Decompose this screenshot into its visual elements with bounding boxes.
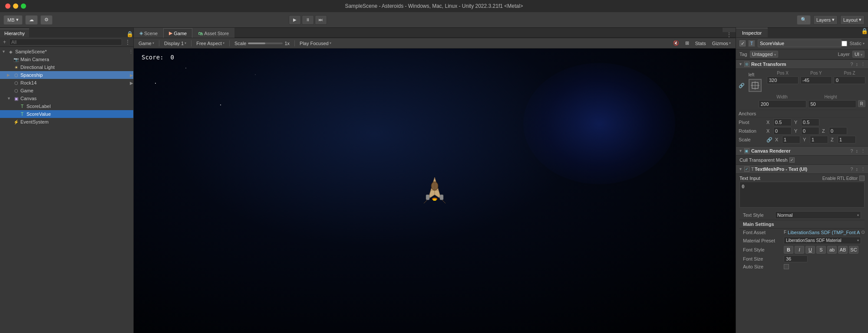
r-button[interactable]: R [858, 100, 865, 107]
cloud-button[interactable]: ☁ [25, 15, 38, 25]
layer-dropdown[interactable]: UI ▾ [852, 51, 865, 58]
rot-x-input[interactable] [773, 127, 792, 135]
textmeshpro-header[interactable]: ▼ ✓ T TextMeshPro - Text (UI) ? ↕ ⋮ [736, 164, 868, 174]
posx-input[interactable] [767, 76, 799, 84]
canvas-renderer-menu-icon[interactable]: ⋮ [861, 148, 865, 154]
stats-button[interactable]: Stats [693, 39, 708, 47]
play-button[interactable]: ▶ [289, 15, 301, 25]
scene-tab[interactable]: ◈ Scene [134, 28, 163, 38]
layout-dropdown[interactable]: Layout ▾ [840, 15, 865, 25]
play-focused-select[interactable]: Play Focused ▾ [297, 39, 333, 47]
inspector-lock-icon[interactable]: 🔒 [861, 28, 868, 37]
height-input[interactable] [808, 100, 856, 108]
linked-chain-icon[interactable]: 🔗 [739, 83, 745, 88]
settings-button[interactable]: ⚙ [40, 15, 53, 25]
textmeshpro-checkbox[interactable]: ✓ [744, 166, 749, 172]
hierarchy-item-scorevalue[interactable]: T ScoreValue [0, 110, 133, 118]
assetstore-tab[interactable]: 🛍 Asset Store [192, 28, 234, 38]
pivot-x-input[interactable] [773, 118, 792, 126]
text-input-textarea[interactable]: 0 [739, 182, 865, 208]
hierarchy-options-button[interactable]: ⋮ [124, 39, 132, 45]
display-select[interactable]: Display 1 ▾ [162, 39, 188, 47]
font-size-input[interactable] [784, 255, 808, 262]
rtl-checkbox[interactable] [859, 176, 865, 181]
static-toggle[interactable]: Static ▾ [842, 41, 865, 46]
hierarchy-tab[interactable]: Hierarchy [0, 29, 29, 37]
anchor-rect-visual[interactable] [749, 79, 762, 92]
hierarchy-item-scorelabel[interactable]: T ScoreLabel [0, 102, 133, 110]
rect-transform-menu-icon[interactable]: ⋮ [861, 62, 865, 67]
game-viewport[interactable]: Score: 0 [134, 49, 736, 333]
font-smallcaps-button[interactable]: SC [849, 246, 858, 254]
textmeshpro-settings-icon[interactable]: ↕ [856, 166, 858, 172]
posy-input[interactable] [800, 76, 832, 84]
hierarchy-search-input[interactable] [9, 39, 122, 46]
minimize-button[interactable] [13, 3, 18, 9]
font-lowercase-button[interactable]: ab [827, 246, 837, 254]
mute-button[interactable]: 🔇 [671, 39, 681, 47]
font-underline-button[interactable]: U [805, 246, 815, 254]
hierarchy-item-canvas[interactable]: ▼ ▣ Canvas [0, 95, 133, 102]
posz-input[interactable] [834, 76, 865, 84]
canvas-renderer-header[interactable]: ▼ ▣ Canvas Renderer ? ↕ ⋮ [736, 146, 868, 156]
scale-z-input[interactable] [838, 136, 856, 144]
game-display-select[interactable]: Game ▾ [136, 39, 156, 47]
game-tab[interactable]: ▶ Game [163, 28, 192, 38]
scene-options-icon[interactable]: ⋮ [129, 49, 133, 55]
hierarchy-item-rock14[interactable]: ⬡ Rock14 ▶ [0, 79, 133, 87]
scale-slider[interactable] [248, 42, 283, 44]
object-name-input[interactable] [758, 39, 842, 47]
hierarchy-item-directionallight[interactable]: ☀ Directional Light [0, 63, 133, 71]
rock14-expand-arrow[interactable]: ▶ [130, 81, 133, 85]
hierarchy-item-game[interactable]: ⬡ Game [0, 87, 133, 95]
material-preset-dropdown[interactable]: LiberationSans SDF Material ▾ [784, 237, 861, 244]
cull-transparent-checkbox[interactable]: ✓ [789, 157, 795, 163]
gizmos-button[interactable]: Gizmos ▾ [710, 39, 733, 47]
canvas-renderer-help-icon[interactable]: ? [850, 148, 853, 154]
aspect-select[interactable]: Free Aspect ▾ [194, 39, 227, 47]
pivot-y-input[interactable] [801, 118, 819, 126]
hierarchy-item-samplescene[interactable]: ▼ ◈ SampleScene* ⋮ [0, 48, 133, 56]
hierarchy-add-button[interactable]: + [2, 39, 7, 45]
hierarchy-lock-icon[interactable]: 🔒 [126, 31, 133, 37]
font-strikethrough-button[interactable]: S [816, 246, 826, 254]
maximize-button[interactable] [21, 3, 26, 9]
close-button[interactable] [5, 3, 10, 9]
canvas-renderer-settings-icon[interactable]: ↕ [856, 148, 858, 154]
inspector-tab[interactable]: Inspector [736, 28, 768, 37]
account-button[interactable]: MB ▾ [3, 15, 23, 25]
rot-z-input[interactable] [829, 127, 847, 135]
step-button[interactable]: ⏭ [315, 15, 327, 25]
scale-x-input[interactable] [782, 136, 800, 144]
font-uppercase-button[interactable]: AB [838, 246, 848, 254]
center-panel-options[interactable]: ⋮ [725, 32, 733, 37]
hierarchy-item-maincamera[interactable]: 📷 Main Camera [0, 56, 133, 63]
rect-transform-settings-icon[interactable]: ↕ [856, 62, 858, 67]
tag-dropdown[interactable]: Untagged ▾ [750, 51, 778, 58]
font-asset-select-icon[interactable]: ⊙ [861, 229, 865, 235]
width-input[interactable] [759, 100, 806, 108]
hierarchy-item-eventsystem[interactable]: ⚡ EventSystem [0, 118, 133, 126]
textmeshpro-menu-icon[interactable]: ⋮ [861, 166, 865, 172]
font-italic-button[interactable]: I [795, 246, 804, 254]
hierarchy-item-spaceship[interactable]: ▶ ⬡ Spaceship ▶ [0, 71, 133, 79]
title-bar: SampleScene - Asteroids - Windows, Mac, … [0, 0, 868, 12]
pause-button[interactable]: ⏸ [302, 15, 314, 25]
rect-transform-header[interactable]: ▼ ⊞ Rect Transform ? ↕ ⋮ [736, 59, 868, 69]
font-bold-button[interactable]: B [784, 246, 793, 254]
rot-y-input[interactable] [801, 127, 819, 135]
scale-control[interactable]: Scale 1x [232, 39, 292, 47]
spaceship-expand-arrow[interactable]: ▶ [130, 73, 133, 78]
rect-transform-help-icon[interactable]: ? [850, 62, 853, 67]
search-button[interactable]: 🔍 [797, 15, 811, 25]
layers-dropdown[interactable]: Layers ▾ [813, 15, 838, 25]
assetstore-tab-label: Asset Store [204, 31, 229, 36]
textmeshpro-help-icon[interactable]: ? [850, 166, 853, 172]
static-checkbox[interactable] [842, 41, 847, 46]
text-style-dropdown[interactable]: Normal ▾ [775, 211, 861, 219]
scale-y-input[interactable] [810, 136, 828, 144]
vsync-button[interactable]: ⊞ [683, 39, 691, 47]
autosize-checkbox[interactable] [784, 264, 789, 269]
object-active-checkbox[interactable]: ✓ [739, 40, 746, 46]
scale-linked-icon[interactable]: 🔗 [766, 137, 772, 143]
